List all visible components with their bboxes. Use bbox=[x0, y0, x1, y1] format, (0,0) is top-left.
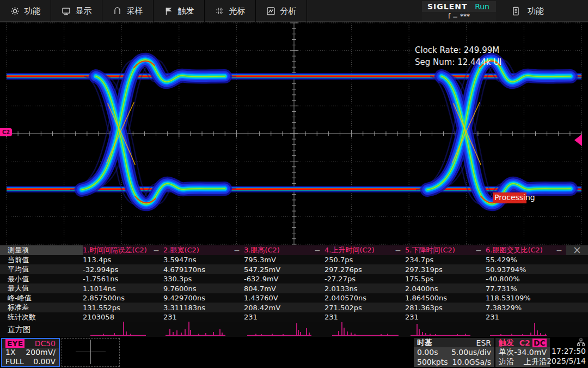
channel-volts-per-div: 200mV/ bbox=[26, 348, 56, 357]
row-label: 测量项 bbox=[0, 245, 83, 255]
remove-measurement-button[interactable]: − bbox=[232, 246, 242, 255]
channel-coupling: DC50 bbox=[35, 339, 56, 348]
menu-item-label: 功能 bbox=[528, 6, 544, 16]
processing-label: Processing bbox=[494, 193, 535, 202]
add-channel-box[interactable] bbox=[62, 338, 120, 367]
trigger-coupling-badge: DC bbox=[532, 339, 547, 347]
measurement-column-header[interactable]: 6.眼图交叉比(C2)− bbox=[486, 245, 566, 255]
timebase-box[interactable]: 时基 ESR 0.00s 5.00us/div 500kpts 10.0GSa/… bbox=[414, 338, 494, 367]
trigger-flag-icon bbox=[164, 7, 173, 16]
menu-item-display[interactable]: 显示 bbox=[51, 0, 102, 22]
plus-crosshair-icon bbox=[62, 339, 119, 365]
scope-status-panel: SIGLENT Run f = *** bbox=[422, 1, 496, 21]
measurement-value: 4.679170ns bbox=[163, 266, 244, 274]
timebase-points: 500kpts bbox=[417, 358, 448, 366]
close-measurements-button[interactable]: × bbox=[573, 245, 581, 255]
measurement-value: 231 bbox=[405, 313, 486, 321]
measurement-value: 77.731% bbox=[486, 285, 566, 293]
menu-item-function[interactable]: 功能 bbox=[0, 0, 51, 22]
top-menu-bar: 功能 显示 采样 触发 光标 bbox=[0, 0, 588, 22]
menu-item-cursor[interactable]: 光标 bbox=[205, 0, 256, 22]
measurement-value: 208.42mV bbox=[244, 304, 324, 312]
measurement-row-pkpk: 峰-峰值 2.857500ns9.429700ns1.43760V2.04057… bbox=[0, 293, 588, 303]
cursor-icon bbox=[215, 7, 224, 16]
oscilloscope-screen: 功能 显示 采样 触发 光标 bbox=[0, 0, 588, 368]
measurement-column-header[interactable]: 4.上升时间(C2)− bbox=[324, 245, 405, 255]
menu-item-label: 触发 bbox=[178, 6, 194, 16]
menu-item-acquire[interactable]: 采样 bbox=[102, 0, 154, 22]
timebase-sample-rate: 10.0GSa/s bbox=[452, 358, 492, 366]
measurement-value: 113.4ps bbox=[83, 256, 163, 264]
measurement-value: 2103058 bbox=[83, 313, 163, 321]
measurement-value: -40.800% bbox=[486, 275, 566, 283]
clock-date: 2025/5/14 bbox=[547, 357, 586, 365]
measurement-value: 9.7600ns bbox=[163, 285, 244, 293]
row-label: 最大值 bbox=[0, 283, 83, 293]
measurement-value: 1.1014ns bbox=[83, 285, 163, 293]
channel-descriptor-box[interactable]: EYE DC50 1X 200mV/ FULL 0.00V bbox=[1, 338, 60, 367]
remove-measurement-button[interactable]: − bbox=[474, 246, 483, 255]
measurement-value: 231 bbox=[244, 313, 324, 321]
datetime-panel[interactable]: 17:27:50 2025/5/14 bbox=[551, 338, 587, 367]
menu-item-label: 光标 bbox=[229, 6, 246, 16]
measurement-row-stdev: 标准差 131.552ps3.311183ns208.42mV271.502ps… bbox=[0, 303, 588, 312]
brand-logo: SIGLENT bbox=[422, 2, 468, 11]
remove-measurement-button[interactable]: − bbox=[554, 246, 564, 255]
menu-item-function-right[interactable]: 功能 bbox=[499, 0, 588, 22]
measurement-value: 2.0400ns bbox=[405, 285, 486, 293]
channel-bandwidth: FULL bbox=[5, 357, 24, 366]
waveform-display-area[interactable]: Clock Rate: 249.99M Seg Num: 12.444k UI … bbox=[0, 22, 588, 245]
row-label: 最小值 bbox=[0, 274, 83, 284]
measurement-value: 118.53109% bbox=[486, 294, 566, 302]
measurement-value: 271.502ps bbox=[324, 304, 405, 312]
sampling-icon bbox=[113, 7, 122, 16]
measurement-value: 234.7ps bbox=[405, 256, 486, 264]
row-label: 统计次数 bbox=[0, 312, 83, 322]
trigger-type: 边沿 bbox=[499, 357, 514, 367]
measurement-value: 231 bbox=[324, 313, 405, 321]
trigger-mode: 单次 bbox=[499, 347, 514, 357]
trigger-frequency-readout: f = *** bbox=[422, 12, 496, 21]
remove-measurement-button[interactable]: − bbox=[313, 246, 322, 255]
measurement-value: 2.0133ns bbox=[324, 285, 405, 293]
measurement-value: 50.93794% bbox=[486, 266, 566, 274]
measurement-row-max: 最大值 1.1014ns9.7600ns804.7mV2.0133ns2.040… bbox=[0, 283, 588, 293]
remove-measurement-button[interactable]: − bbox=[393, 246, 403, 255]
histogram-label: 直方图 bbox=[8, 325, 30, 335]
measurement-column-header[interactable]: 2.眼宽(C2)− bbox=[163, 245, 244, 255]
measurement-value: 330.3ps bbox=[163, 275, 244, 283]
measurement-header-row: 测量项 1.时间间隔误差(C2)−2.眼宽(C2)−3.眼高(C2)−4.上升时… bbox=[0, 245, 588, 255]
menu-item-label: 功能 bbox=[24, 6, 41, 16]
measurement-value: 3.311183ns bbox=[163, 304, 244, 312]
run-status[interactable]: Run bbox=[468, 2, 496, 11]
lan-network-icon bbox=[577, 339, 585, 346]
display-icon bbox=[62, 7, 71, 16]
timebase-scale: 5.00us/div bbox=[451, 348, 491, 357]
trigger-box[interactable]: 触发 C2 DC 单次 -34.0mV 边沿 上升沿 bbox=[495, 338, 550, 367]
row-label: 平均值 bbox=[0, 264, 83, 274]
trigger-source: C2 bbox=[519, 339, 530, 347]
bottom-status-bar: EYE DC50 1X 200mV/ FULL 0.00V 时基 ESR bbox=[0, 337, 588, 368]
measurement-value: 231 bbox=[163, 313, 244, 321]
measurement-value: 281.363ps bbox=[405, 304, 486, 312]
measurement-value: -27.27ps bbox=[324, 275, 405, 283]
remove-measurement-button[interactable]: − bbox=[151, 246, 161, 255]
measurement-column-header[interactable]: 1.时间间隔误差(C2)− bbox=[83, 245, 163, 255]
channel-eye-badge: EYE bbox=[5, 339, 24, 348]
measurement-value: -32.994ps bbox=[83, 266, 163, 274]
channel-c2-reference-marker[interactable]: C2 bbox=[0, 128, 12, 136]
measurement-row-current: 当前值 113.4ps3.5947ns795.3mV250.7ps234.7ps… bbox=[0, 255, 588, 265]
trigger-title: 触发 bbox=[499, 338, 514, 348]
row-label: 标准差 bbox=[0, 303, 83, 312]
measurement-column-header[interactable]: 3.眼高(C2)− bbox=[244, 245, 324, 255]
menu-item-trigger[interactable]: 触发 bbox=[154, 0, 205, 22]
row-label: 峰-峰值 bbox=[0, 293, 83, 303]
measurement-value: 175.5ps bbox=[405, 275, 486, 283]
measurement-table: 测量项 1.时间间隔误差(C2)−2.眼宽(C2)−3.眼高(C2)−4.上升时… bbox=[0, 245, 588, 322]
measurement-value: 804.7mV bbox=[244, 285, 324, 293]
analysis-icon bbox=[266, 7, 275, 16]
measurement-column-header[interactable]: 5.下降时间(C2)− bbox=[405, 245, 486, 255]
measurement-histograms bbox=[83, 322, 567, 337]
menu-item-analysis[interactable]: 分析 bbox=[256, 0, 307, 22]
trigger-level-marker[interactable] bbox=[574, 134, 582, 146]
